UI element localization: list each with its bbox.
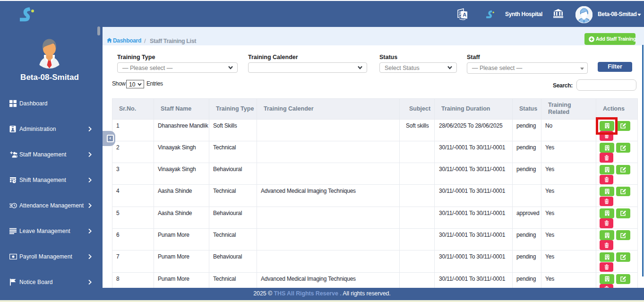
svg-text:A: A: [463, 12, 466, 17]
